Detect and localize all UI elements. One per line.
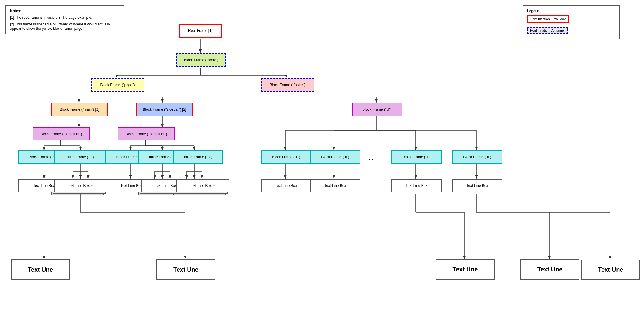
legend-item-container: Font Inflation Container bbox=[527, 27, 615, 34]
text-une-5: Text Une bbox=[581, 260, 640, 280]
text-une-2: Text Une bbox=[156, 259, 215, 280]
text-line-box-li1: Text Line Box bbox=[261, 179, 311, 192]
node-li-2: Block Frame ("li") bbox=[310, 150, 360, 164]
node-main: Block Frame ("main") [2] bbox=[51, 103, 108, 116]
notes-line-2: [2] This frame is spaced a bit inward of… bbox=[10, 22, 119, 31]
legend-blue-dashed-box: Font Inflation Container bbox=[527, 27, 568, 34]
node-p3: Inline Frame ("p") bbox=[173, 150, 223, 164]
text-une-3: Text Une bbox=[436, 259, 495, 280]
node-ul: Block Frame ("ul") bbox=[352, 103, 402, 116]
text-line-box-li4: Text Line Box bbox=[452, 179, 502, 192]
node-li-4: Block Frame ("li") bbox=[452, 150, 502, 164]
text-line-box-li3: Text Line Box bbox=[391, 179, 442, 192]
node-container-2: Block Frame ("container") bbox=[118, 127, 175, 140]
text-line-box-li2: Text Line Box bbox=[310, 179, 360, 192]
node-page: Block Frame ("page") bbox=[91, 78, 144, 92]
node-li-3: Block Frame ("li") bbox=[391, 150, 442, 164]
node-li-1: Block Frame ("li") bbox=[261, 150, 311, 164]
node-sidebar: Block Frame ("sidebar") [2] bbox=[136, 103, 193, 116]
text-line-boxes-p3: Text Line Boxes bbox=[176, 179, 229, 192]
notes-box: Notes: [1] The root frame isn't visible … bbox=[5, 5, 124, 34]
node-root: Root Frame [1] bbox=[179, 24, 222, 38]
legend-title: Legend bbox=[527, 9, 615, 13]
legend-box: Legend Font Inflation Flow Root Font Inf… bbox=[523, 5, 620, 39]
notes-line-1: [1] The root frame isn't visible in the … bbox=[10, 15, 119, 20]
legend-item-root: Font Inflation Flow Root bbox=[527, 15, 615, 23]
text-une-1: Text Une bbox=[11, 259, 70, 280]
legend-red-box: Font Inflation Flow Root bbox=[527, 15, 569, 23]
text-une-4: Text Une bbox=[520, 259, 579, 280]
node-p1: Inline Frame ("p") bbox=[54, 150, 106, 164]
ellipsis: ... bbox=[369, 155, 373, 161]
notes-title: Notes: bbox=[10, 9, 119, 13]
node-container-1: Block Frame ("container") bbox=[33, 127, 90, 140]
node-footer: Block Frame ("footer") bbox=[261, 78, 314, 92]
node-body: Block Frame ("body") bbox=[176, 53, 226, 67]
text-line-boxes-p1: Text Line Boxes bbox=[54, 179, 107, 192]
